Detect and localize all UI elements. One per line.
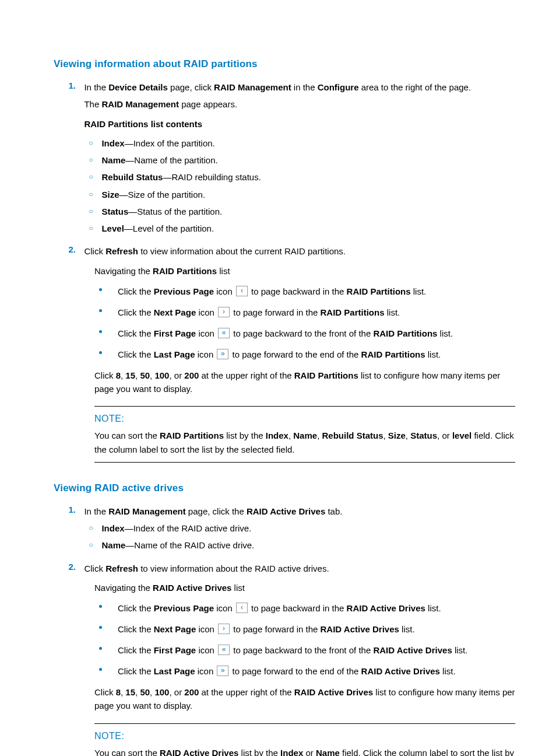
bold-text: 15 [125,687,135,697]
text: —Name of the partition. [125,155,217,165]
step-text: In the Device Details page, click RAID M… [84,80,480,241]
bold-text: RAID Management [214,82,291,92]
circle-bullet-icon: ○ [89,224,93,232]
bold-text: Device Details [108,82,168,92]
text: Click [84,246,105,256]
list-item: ○Index—Index of the RAID active drive. [84,522,480,535]
bold-text: 100 [154,370,169,380]
bullet-icon [99,288,102,291]
note-box: NOTE: You can sort the RAID Partitions l… [94,406,515,463]
text: —Level of the partition. [124,223,214,233]
text: list by the [224,430,266,440]
list-item: Click the Next Page icon › to page forwa… [94,306,515,320]
bold-text: Index [101,138,124,148]
step-number: 1. [54,80,76,90]
definition-list: ○Index—Index of the partition.○Name—Name… [84,136,480,236]
text: to page forward to the end of the [230,349,361,359]
page-nav-icon: ‹ [236,286,248,296]
circle-bullet-icon: ○ [89,541,93,549]
bullet-icon [99,668,102,671]
text: Click the [118,328,154,338]
text: icon [214,603,235,613]
bold-text: RAID Partitions list contents [84,119,202,129]
note-box: NOTE: You can sort the RAID Active Drive… [94,723,515,757]
bold-text: 50 [140,370,150,380]
text: at the upper right of the [199,370,294,380]
text: , [383,430,388,440]
text: icon [214,286,235,296]
step-1: 1. In the Device Details page, click RAI… [54,80,515,241]
text: to page forward in the [231,307,320,317]
bold-text: RAID Active Drives [347,603,425,613]
bold-text: RAID Active Drives [160,748,238,757]
step-text: Click Refresh to view information about … [84,244,480,258]
text: —Index of the partition. [125,138,215,148]
bold-text: RAID Active Drives [361,666,440,676]
paragraph: The RAID Management page appears. [84,97,480,111]
text: icon [196,328,217,338]
step-number: 2. [54,244,76,254]
list-item: ○Name—Name of the partition. [84,153,480,167]
bullet-icon [99,605,102,608]
list-item: ○Level—Level of the partition. [84,222,480,235]
list-title: RAID Partitions list contents [84,117,480,131]
page-sizes-paragraph: Click 8, 15, 50, 100, or 200 at the uppe… [94,685,515,713]
bold-text: RAID Partitions [347,286,411,296]
text: Click the [118,603,154,613]
text: Click the [118,624,154,634]
bullet-icon [99,351,102,354]
bold-text: RAID Management [108,506,186,516]
bold-text: 15 [125,370,135,380]
text: Click the [118,307,154,317]
text: Click [94,370,116,380]
bold-text: RAID Partitions [361,349,425,359]
note-body: You can sort the RAID Partitions list by… [94,429,515,456]
circle-bullet-icon: ○ [89,173,93,181]
text: to page backward to the front of the [231,645,373,655]
step-text: Click Refresh to view information about … [84,562,480,575]
bold-text: Level [101,223,124,233]
circle-bullet-icon: ○ [89,139,93,147]
text: In the [84,82,108,92]
text: page appears. [179,99,237,109]
bold-text: Size [388,430,406,440]
bullet-icon [99,309,102,312]
list-item: ○Index—Index of the partition. [84,136,480,150]
bold-text: level [452,430,471,440]
step-2: 2. Click Refresh to view information abo… [54,244,515,258]
page-nav-icon: » [217,666,228,676]
bold-text: Name [293,430,317,440]
text: icon [196,307,217,317]
text: list [231,583,245,593]
text: to page backward in the [249,286,347,296]
text: Click the [118,286,154,296]
nav-title: Navigating the RAID Partitions list [94,264,515,278]
text: In the [84,506,108,516]
bold-text: 100 [154,687,169,697]
text: or [303,748,316,757]
bold-text: First Page [154,328,196,338]
page-nav-icon: › [218,307,230,317]
step-text: In the RAID Management page, click the R… [84,505,480,558]
list-item: ○Status—Status of the partition. [84,205,480,218]
text: —RAID rebuilding status. [163,172,261,182]
text: Click the [118,645,154,655]
bold-text: RAID Partitions [321,307,385,317]
definition-list: ○Index—Index of the RAID active drive.○N… [84,522,480,552]
text: to view information about the current RA… [138,246,346,256]
text: icon [196,624,217,634]
text: list. [425,349,441,359]
bold-text: RAID Active Drives [294,687,373,697]
text: page, click the [186,506,247,516]
heading-raid-partitions: Viewing information about RAID partition… [54,58,515,70]
step-1: 1. In the RAID Management page, click th… [54,505,515,558]
text: page, click [168,82,214,92]
bullet-icon [99,330,102,333]
list-item: Click the Next Page icon › to page forwa… [94,622,515,636]
bold-text: RAID Active Drives [321,624,399,634]
text: icon [196,645,217,655]
bold-text: Rebuild Status [101,172,163,182]
text: You can sort the [94,748,160,757]
text: , or [437,430,452,440]
text: The [84,99,101,109]
